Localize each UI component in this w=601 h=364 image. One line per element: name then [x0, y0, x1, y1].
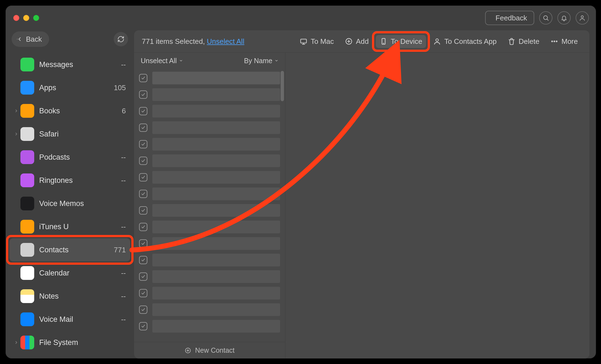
contact-detail-column [285, 53, 589, 358]
list-scrollbar[interactable] [281, 71, 284, 101]
contact-row[interactable] [134, 285, 285, 301]
contact-row[interactable] [134, 252, 285, 268]
more-icon [551, 38, 558, 45]
row-checkbox[interactable] [139, 306, 147, 314]
contact-name-redacted [152, 188, 280, 200]
row-checkbox[interactable] [139, 157, 147, 165]
contact-row[interactable] [134, 103, 285, 119]
more-button[interactable]: More [547, 35, 582, 48]
contact-name-redacted [152, 237, 280, 250]
sidebar-item-label: Contacts [39, 246, 69, 254]
row-checkbox[interactable] [139, 190, 147, 198]
search-icon [543, 15, 549, 21]
to-mac-button[interactable]: To Mac [296, 35, 338, 48]
contact-name-redacted [152, 303, 280, 316]
sidebar-item-contacts[interactable]: Contacts771 [9, 238, 130, 261]
account-button[interactable] [576, 11, 589, 25]
row-checkbox[interactable] [139, 322, 147, 330]
contact-name-redacted [152, 270, 280, 283]
sort-dropdown[interactable]: By Name [244, 57, 278, 65]
contact-row[interactable] [134, 152, 285, 169]
sidebar-item-safari[interactable]: Safari [9, 122, 130, 146]
person-icon [433, 38, 441, 45]
contact-row[interactable] [134, 136, 285, 152]
contact-name-redacted [152, 204, 280, 217]
add-button[interactable]: Add [341, 35, 373, 48]
itunesu-app-icon [20, 220, 34, 234]
row-checkbox[interactable] [139, 223, 147, 231]
sidebar-item-notes[interactable]: Notes-- [9, 285, 130, 308]
new-contact-button[interactable]: New Contact [134, 342, 285, 358]
filesystem-app-icon [20, 336, 34, 349]
contact-row[interactable] [134, 318, 285, 334]
contact-row[interactable] [134, 169, 285, 186]
contacts-app-icon [20, 243, 34, 257]
contact-row[interactable] [134, 235, 285, 252]
row-checkbox[interactable] [139, 90, 147, 99]
search-button[interactable] [539, 11, 552, 25]
sidebar-item-messages[interactable]: Messages-- [9, 53, 130, 76]
contact-row[interactable] [134, 301, 285, 318]
sidebar-item-label: Safari [39, 130, 59, 138]
sidebar-item-filesystem[interactable]: File System [9, 331, 130, 354]
zoom-window-button[interactable] [33, 15, 39, 21]
contact-name-redacted [152, 171, 280, 184]
feedback-button[interactable]: Feedback [485, 11, 534, 25]
row-checkbox[interactable] [139, 239, 147, 248]
row-checkbox[interactable] [139, 206, 147, 215]
sidebar-item-ringtones[interactable]: Ringtones-- [9, 169, 130, 192]
row-checkbox[interactable] [139, 124, 147, 132]
contact-row[interactable] [134, 119, 285, 136]
sidebar: Back Messages--Apps105Books6SafariPodcas… [6, 30, 134, 358]
sidebar-item-apps[interactable]: Apps105 [9, 76, 130, 99]
sidebar-item-podcasts[interactable]: Podcasts-- [9, 146, 130, 169]
to-device-button[interactable]: To Device [376, 35, 426, 48]
sidebar-item-count: -- [121, 176, 126, 185]
safari-app-icon [20, 127, 34, 141]
trash-icon [508, 38, 515, 45]
select-dropdown[interactable]: Unselect All [141, 57, 183, 65]
messages-app-icon [20, 58, 34, 71]
sidebar-item-itunesu[interactable]: iTunes U-- [9, 215, 130, 238]
unselect-all-link[interactable]: Unselect All [207, 37, 244, 46]
sidebar-item-label: Ringtones [39, 176, 73, 185]
row-checkbox[interactable] [139, 272, 147, 281]
sidebar-item-voicememos[interactable]: Voice Memos [9, 192, 130, 215]
minimize-window-button[interactable] [23, 15, 29, 21]
chevron-down-icon [179, 59, 183, 63]
sidebar-item-label: Podcasts [39, 153, 70, 162]
close-window-button[interactable] [13, 15, 19, 21]
refresh-button[interactable] [114, 32, 128, 46]
voicemail-app-icon [20, 312, 34, 326]
row-checkbox[interactable] [139, 140, 147, 148]
row-checkbox[interactable] [139, 289, 147, 297]
contact-row[interactable] [134, 86, 285, 103]
delete-button[interactable]: Delete [504, 35, 543, 48]
contact-row[interactable] [134, 186, 285, 202]
sidebar-item-label: Voice Memos [39, 199, 84, 208]
chevron-right-icon [12, 132, 20, 136]
sidebar-item-calendar[interactable]: Calendar-- [9, 261, 130, 285]
apps-app-icon [20, 81, 34, 95]
sidebar-item-count: -- [121, 153, 126, 162]
row-checkbox[interactable] [139, 107, 147, 115]
sidebar-item-label: File System [39, 338, 78, 347]
row-checkbox[interactable] [139, 74, 147, 82]
chevron-right-icon [12, 340, 20, 345]
contact-row[interactable] [134, 268, 285, 285]
to-device-icon [380, 38, 387, 45]
row-checkbox[interactable] [139, 256, 147, 264]
row-checkbox[interactable] [139, 173, 147, 181]
contact-row[interactable] [134, 70, 285, 86]
calendar-app-icon [20, 266, 34, 280]
contact-row[interactable] [134, 219, 285, 235]
svg-point-1 [544, 16, 547, 20]
back-button[interactable]: Back [12, 31, 49, 47]
to-contacts-app-button[interactable]: To Contacts App [429, 35, 500, 48]
sidebar-item-voicemail[interactable]: Voice Mail-- [9, 308, 130, 331]
contact-name-redacted [152, 287, 280, 299]
contact-row[interactable] [134, 202, 285, 219]
notifications-button[interactable] [557, 11, 571, 25]
svg-point-6 [436, 39, 438, 41]
sidebar-item-books[interactable]: Books6 [9, 99, 130, 122]
